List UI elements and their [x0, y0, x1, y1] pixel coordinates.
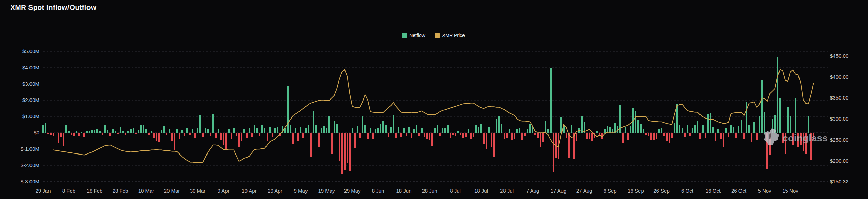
netflow-bar: [800, 133, 802, 145]
netflow-bar: [462, 133, 464, 138]
netflow-bar: [501, 124, 503, 133]
netflow-bar: [302, 133, 304, 138]
netflow-bar: [521, 133, 523, 140]
netflow-bar: [364, 125, 366, 133]
netflow-bar: [810, 133, 812, 160]
netflow-bar: [331, 133, 333, 154]
netflow-bar: [215, 133, 217, 138]
netflow-bar: [274, 128, 276, 133]
netflow-bar: [197, 128, 199, 133]
netflow-bar: [671, 133, 673, 138]
netflow-bar: [656, 133, 657, 139]
netflow-bar: [537, 133, 539, 138]
netflow-bar: [679, 125, 680, 133]
x-axis-label: 29 Jan: [35, 188, 51, 194]
netflow-bar: [790, 116, 791, 133]
netflow-bar: [496, 119, 497, 133]
x-axis-label: 18 Feb: [87, 188, 103, 194]
netflow-bar: [589, 133, 590, 139]
netflow-bar: [725, 128, 727, 133]
netflow-bar: [687, 125, 688, 133]
netflow-bar: [65, 125, 67, 133]
netflow-bar: [194, 133, 196, 138]
netflow-bar: [586, 133, 588, 139]
y-axis-label-left: $3.00M: [22, 81, 39, 87]
y-axis-label-left: $-2.00M: [21, 162, 39, 168]
y-axis-label-right: $400.00: [830, 74, 848, 80]
netflow-bar: [367, 133, 369, 139]
netflow-bar: [78, 133, 80, 136]
price-line: [53, 70, 813, 163]
netflow-bar: [297, 133, 299, 141]
netflow-bar: [450, 133, 451, 138]
netflow-bar: [493, 133, 495, 157]
chart-svg: $5.00M$4.00M$3.00M$2.00M$1.00M$0$-1.00M$…: [0, 0, 868, 199]
netflow-bar: [377, 128, 379, 133]
netflow-bar: [372, 133, 374, 139]
netflow-bar: [220, 133, 222, 140]
netflow-bar: [53, 133, 54, 136]
netflow-bar: [803, 133, 804, 151]
netflow-bar: [498, 116, 500, 133]
netflow-bar: [202, 133, 204, 137]
x-axis-label: 19 Apr: [242, 188, 256, 194]
netflow-bar: [207, 129, 209, 133]
x-axis-label: 26 Sep: [653, 188, 670, 194]
netflow-bar: [261, 125, 263, 133]
netflow-bar: [403, 128, 405, 133]
netflow-bar: [96, 129, 98, 133]
netflow-bar: [411, 133, 413, 138]
netflow-bar: [256, 128, 258, 133]
netflow-bar: [635, 111, 637, 133]
netflow-bar: [68, 131, 70, 133]
netflow-bar: [730, 125, 732, 133]
netflow-bar: [524, 133, 526, 136]
x-axis-label: 28 Jul: [500, 188, 514, 194]
x-axis-label: 6 Oct: [681, 188, 694, 194]
netflow-bar: [429, 133, 431, 140]
netflow-bar: [470, 133, 472, 139]
netflow-bar: [313, 111, 315, 133]
netflow-bar: [238, 133, 240, 147]
netflow-bar: [478, 127, 479, 133]
netflow-bar: [163, 126, 165, 133]
netflow-bar: [388, 133, 389, 137]
netflow-bar: [334, 121, 335, 133]
netflow-bar: [231, 133, 232, 139]
netflow-bar: [542, 133, 544, 142]
netflow-bar: [728, 133, 729, 137]
netflow-bar: [511, 133, 513, 140]
netflow-bar: [321, 128, 322, 133]
netflow-bar: [158, 133, 160, 142]
x-axis-label: 9 May: [294, 188, 308, 194]
netflow-bar: [622, 133, 624, 143]
netflow-bar: [393, 115, 394, 133]
netflow-bar: [290, 125, 291, 133]
netflow-bar: [707, 114, 709, 133]
netflow-bar: [81, 132, 83, 133]
y-axis-label-right: $450.00: [830, 53, 848, 59]
netflow-bar: [514, 133, 516, 139]
netflow-bar: [143, 125, 144, 133]
netflow-bar: [534, 133, 536, 135]
netflow-bar: [439, 133, 441, 136]
netflow-bar: [354, 133, 356, 148]
netflow-bar: [475, 125, 477, 133]
netflow-bar: [315, 125, 317, 133]
netflow-bar: [692, 128, 693, 133]
netflow-bar: [553, 133, 554, 172]
netflow-bar: [452, 133, 454, 135]
netflow-bar: [596, 131, 598, 133]
netflow-bar: [166, 133, 168, 135]
netflow-bar: [94, 130, 96, 133]
netflow-bar: [277, 127, 278, 133]
netflow-bar: [254, 125, 255, 133]
y-axis-label-right: $200.00: [830, 158, 848, 164]
netflow-bar: [527, 129, 529, 133]
netflow-bar: [813, 133, 814, 140]
netflow-bar: [568, 133, 570, 158]
netflow-bar: [777, 57, 778, 133]
netflow-bar: [581, 116, 583, 133]
netflow-bar: [60, 133, 62, 137]
netflow-bar: [669, 133, 670, 143]
